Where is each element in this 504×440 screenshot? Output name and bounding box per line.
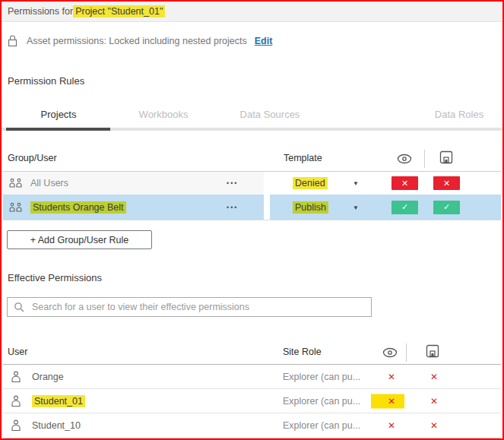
publish-denied-x-mark: ✕	[428, 420, 440, 431]
user-name-highlight: Student_01	[32, 395, 85, 407]
view-column-eye-icon[interactable]	[396, 154, 413, 164]
group-icon	[9, 178, 22, 188]
template-column-header: Template	[284, 153, 322, 163]
group-table-bottom-border	[3, 220, 501, 220]
site-role-column-header: Site Role	[283, 347, 322, 357]
header-column-divider	[406, 343, 407, 362]
user-name: Student_01	[32, 396, 85, 407]
lock-icon	[8, 35, 17, 47]
template-dropdown-value[interactable]: Publish	[293, 202, 328, 213]
tab-projects[interactable]: Projects	[8, 109, 109, 120]
user-site-role: Explorer (can pu...	[283, 420, 360, 431]
group-name: Students Orange Belt	[30, 202, 126, 213]
user-row-student-01[interactable]: Student_01 Explorer (can pu... ✕ ✕	[3, 389, 501, 413]
publish-denied-x-mark: ✕	[428, 396, 440, 407]
effective-permissions-heading: Effective Permissions	[8, 272, 102, 283]
permission-rules-heading: Permission Rules	[8, 75, 84, 87]
asset-permissions-row: Asset permissions: Locked including nest…	[8, 35, 272, 47]
publish-capability-denied-button[interactable]: ✕	[433, 176, 460, 190]
tab-workbooks[interactable]: Workbooks	[116, 109, 211, 120]
view-denied-x-mark: ✕	[385, 420, 398, 431]
template-dropdown-value[interactable]: Denied	[293, 178, 328, 188]
header-column-divider	[424, 150, 425, 168]
user-column-header: User	[8, 347, 27, 357]
effective-permissions-search	[7, 297, 372, 317]
person-icon	[11, 419, 21, 432]
permissions-dialog: Permissions for Project "Student_01" Ass…	[0, 0, 504, 440]
tab-data-roles[interactable]: Data Roles	[417, 109, 502, 120]
search-icon	[14, 302, 24, 312]
dialog-title-prefix: Permissions for	[8, 6, 73, 17]
group-icon	[9, 202, 22, 213]
tab-data-sources[interactable]: Data Sources	[222, 109, 318, 120]
row-actions-menu-icon[interactable]: •••	[227, 204, 238, 211]
group-rule-row-all-users[interactable]: All Users ••• Denied ▼ ✕ ✕	[3, 172, 501, 195]
publish-denied-x-mark: ✕	[428, 372, 440, 382]
user-name: Student_10	[32, 420, 81, 431]
group-user-column-header: Group/User	[8, 153, 57, 163]
user-site-role: Explorer (can pu...	[283, 372, 360, 382]
add-group-user-rule-button[interactable]: + Add Group/User Rule	[7, 230, 152, 249]
row-actions-menu-icon[interactable]: •••	[227, 179, 238, 187]
view-capability-denied-button[interactable]: ✕	[391, 176, 418, 190]
view-column-eye-icon[interactable]	[382, 347, 398, 358]
user-site-role: Explorer (can pu...	[283, 396, 360, 407]
edit-asset-permissions-link[interactable]: Edit	[255, 36, 273, 46]
publish-column-save-icon[interactable]	[439, 150, 453, 164]
template-value-highlight: Publish	[293, 201, 328, 214]
person-icon	[11, 395, 21, 407]
publish-capability-allowed-button[interactable]: ✓	[433, 201, 460, 214]
user-row-student-10[interactable]: Student_10 Explorer (can pu... ✕ ✕	[3, 413, 501, 438]
view-denied-x-mark: ✕	[385, 372, 398, 382]
view-capability-allowed-button[interactable]: ✓	[391, 201, 418, 214]
dialog-title-bar: Permissions for Project "Student_01"	[2, 2, 502, 22]
group-name-highlight: Students Orange Belt	[30, 201, 126, 214]
chevron-down-icon[interactable]: ▼	[353, 180, 359, 187]
search-input[interactable]	[30, 301, 371, 313]
group-name: All Users	[30, 178, 68, 188]
user-table-bottom-border	[3, 438, 501, 438]
dialog-title-project-name: Project "Student_01"	[73, 5, 165, 17]
chevron-down-icon[interactable]: ▼	[353, 204, 359, 211]
view-denied-x-mark: ✕	[385, 396, 398, 407]
publish-column-save-icon[interactable]	[426, 344, 439, 358]
template-value-highlight: Denied	[293, 177, 328, 189]
user-name: Orange	[32, 372, 64, 382]
group-rule-row-students-orange-belt[interactable]: Students Orange Belt ••• Publish ▼ ✓ ✓	[3, 195, 501, 220]
person-icon	[11, 371, 21, 383]
active-tab-indicator	[6, 128, 110, 131]
asset-permissions-text: Asset permissions: Locked including nest…	[27, 36, 247, 46]
user-row-orange[interactable]: Orange Explorer (can pu... ✕ ✕	[3, 365, 501, 389]
